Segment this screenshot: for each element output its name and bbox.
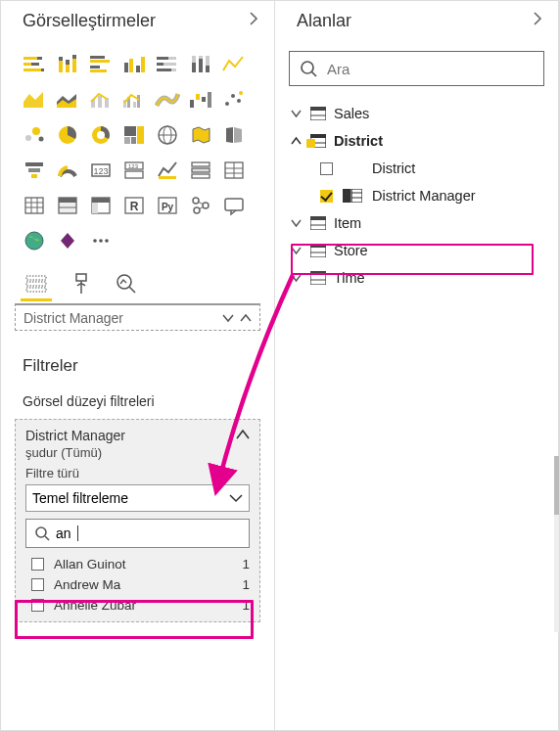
field-label: District Manager [372, 188, 476, 204]
field-district-manager[interactable]: District Manager [316, 182, 550, 209]
table-time[interactable]: Time [283, 264, 550, 292]
viz-multi-card-icon[interactable]: 123 [118, 155, 150, 186]
viz-pie-icon[interactable] [52, 119, 83, 151]
svg-rect-19 [141, 57, 145, 72]
viz-kpi-icon[interactable] [152, 155, 183, 186]
filter-option-row[interactable]: Andrew Ma 1 [25, 574, 250, 595]
scrollbar[interactable] [554, 456, 560, 632]
checkbox-icon[interactable] [320, 162, 333, 175]
viz-shape-map-icon[interactable] [218, 119, 250, 151]
format-tab[interactable] [68, 270, 95, 297]
column-icon [343, 189, 362, 203]
viz-scatter2-icon[interactable] [19, 119, 50, 151]
chevron-down-icon[interactable] [289, 273, 303, 283]
table-item[interactable]: Item [283, 209, 550, 237]
viz-100-column-icon[interactable] [185, 49, 216, 80]
chevron-up-icon[interactable] [289, 136, 303, 146]
viz-stacked-column-icon[interactable] [52, 49, 83, 80]
chevron-down-icon[interactable] [289, 218, 303, 228]
viz-card-icon[interactable]: 123 [85, 155, 117, 186]
viz-r-icon[interactable]: R [118, 190, 150, 221]
field-well[interactable]: District Manager [15, 303, 260, 331]
viz-panel-title: Görselleştirmeler [23, 11, 156, 31]
viz-table-icon[interactable] [218, 155, 250, 186]
svg-rect-17 [129, 59, 133, 72]
analytics-tab[interactable] [113, 270, 140, 297]
field-district[interactable]: District [316, 155, 550, 182]
viz-filled-map-icon[interactable] [185, 119, 216, 151]
filter-options: Allan Guinot 1 Andrew Ma 1 Annelie Zubar… [25, 554, 250, 616]
fields-search-field[interactable] [327, 61, 534, 77]
viz-matrix-icon[interactable] [19, 190, 50, 221]
fields-panel-title: Alanlar [297, 11, 351, 31]
svg-rect-123 [310, 216, 326, 220]
checkbox-icon[interactable] [31, 578, 44, 591]
scrollbar-thumb[interactable] [554, 456, 560, 515]
viz-py-icon[interactable]: Py [152, 190, 183, 221]
table-sales[interactable]: Sales [283, 100, 550, 127]
svg-rect-86 [92, 198, 110, 203]
viz-ribbon-icon[interactable] [152, 84, 183, 115]
svg-rect-60 [25, 162, 43, 166]
svg-point-97 [25, 232, 43, 250]
chevron-down-icon[interactable] [222, 313, 234, 323]
filter-option-label: Allan Guinot [54, 557, 126, 571]
viz-area-icon[interactable] [19, 84, 50, 115]
filter-search-field[interactable] [84, 525, 241, 541]
viz-panel-collapse-icon[interactable] [249, 11, 258, 31]
blank-icon [343, 161, 362, 175]
viz-slicer-icon[interactable] [185, 155, 216, 186]
viz-clustered-column-icon[interactable] [118, 49, 150, 80]
viz-100-bar-icon[interactable] [152, 49, 183, 80]
svg-rect-37 [133, 102, 136, 108]
viz-stacked-bar-icon[interactable] [19, 49, 50, 80]
viz-key-influencers-icon[interactable] [185, 190, 216, 221]
svg-rect-82 [59, 198, 76, 203]
viz-globe-icon[interactable] [19, 225, 50, 256]
viz-more-icon[interactable] [85, 225, 117, 256]
viz-waterfall-icon[interactable] [185, 84, 216, 115]
table-store[interactable]: Store [283, 237, 550, 264]
viz-line-stacked-icon[interactable] [85, 84, 117, 115]
chevron-down-icon[interactable] [289, 246, 303, 255]
fields-well-tab[interactable] [23, 270, 50, 297]
table-icon [310, 271, 326, 285]
viz-funnel-icon[interactable] [19, 155, 50, 186]
svg-rect-70 [192, 168, 210, 172]
svg-line-94 [198, 202, 204, 205]
viz-matrix2-icon[interactable] [85, 190, 117, 221]
checkbox-checked-icon[interactable] [320, 190, 333, 203]
filter-type-select[interactable]: Temel filtreleme [25, 484, 250, 512]
viz-stacked-area-icon[interactable] [52, 84, 83, 115]
svg-point-47 [25, 135, 31, 141]
svg-rect-66 [125, 171, 143, 178]
viz-map-icon[interactable] [152, 119, 183, 151]
chevron-up-icon[interactable] [240, 313, 252, 323]
svg-rect-56 [131, 137, 136, 144]
chevron-down-icon[interactable] [289, 109, 303, 118]
svg-rect-55 [124, 137, 130, 144]
filter-search-input[interactable]: an [25, 519, 250, 548]
viz-gauge-icon[interactable] [52, 155, 83, 186]
viz-clustered-bar-icon[interactable] [85, 49, 117, 80]
viz-powerapps-icon[interactable] [52, 225, 83, 256]
filter-collapse-icon[interactable] [236, 428, 250, 443]
filter-option-row[interactable]: Annelie Zubar 1 [25, 595, 250, 616]
viz-line-clustered-icon[interactable] [118, 84, 150, 115]
filter-option-row[interactable]: Allan Guinot 1 [25, 554, 250, 574]
filter-option-count: 1 [242, 598, 250, 613]
checkbox-icon[interactable] [31, 599, 44, 612]
checkbox-icon[interactable] [31, 558, 44, 571]
viz-donut-icon[interactable] [85, 119, 117, 151]
viz-treemap-icon[interactable] [118, 119, 150, 151]
filter-option-label: Andrew Ma [54, 577, 120, 592]
table-district[interactable]: District [283, 127, 550, 155]
viz-line-icon[interactable] [218, 49, 250, 80]
fields-search-input[interactable] [289, 51, 544, 86]
field-well-chevrons[interactable] [222, 313, 252, 323]
viz-scatter-icon[interactable] [218, 84, 250, 115]
fields-panel-collapse-icon[interactable] [533, 11, 542, 31]
viz-qa-icon[interactable] [218, 190, 250, 221]
svg-rect-27 [192, 63, 196, 72]
viz-table2-icon[interactable] [52, 190, 83, 221]
